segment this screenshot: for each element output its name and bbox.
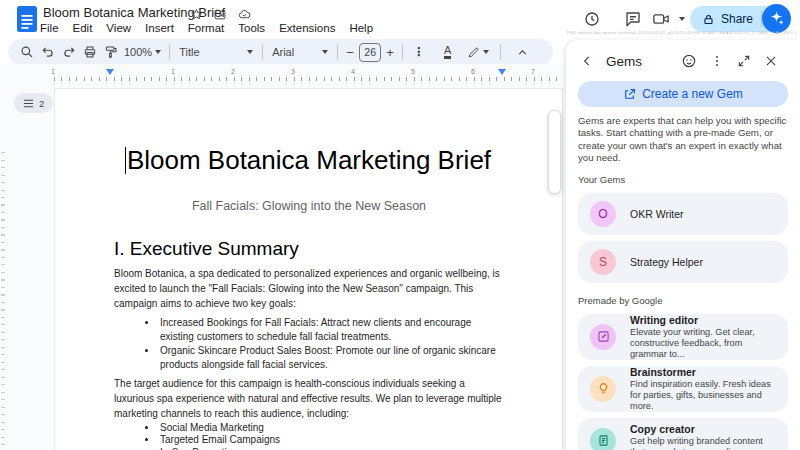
paint-format-button[interactable] xyxy=(100,42,121,62)
editing-mode-select[interactable] xyxy=(464,42,492,62)
cloud-saved-icon[interactable] xyxy=(237,8,252,21)
document-body[interactable]: Bloom Botanica Marketing Brief Fall Faci… xyxy=(114,144,504,450)
gem-card-writing-editor[interactable]: Writing editor Elevate your writing. Get… xyxy=(578,314,788,360)
gem-avatar xyxy=(590,324,616,350)
back-icon[interactable] xyxy=(580,54,594,68)
increase-font-size-button[interactable]: + xyxy=(383,45,397,60)
lock-icon xyxy=(702,13,715,26)
gem-card-strategy-helper[interactable]: S Strategy Helper xyxy=(578,241,788,283)
document-tabs-button[interactable]: 2 xyxy=(14,93,53,113)
text-cursor xyxy=(125,147,127,174)
undo-button[interactable] xyxy=(37,42,58,62)
premade-by-google-label: Premade by Google xyxy=(578,295,788,306)
doc-section-heading[interactable]: I. Executive Summary xyxy=(114,236,504,262)
menu-view[interactable]: View xyxy=(99,21,138,35)
zoom-select[interactable]: 100% xyxy=(121,42,164,62)
decrease-font-size-button[interactable]: − xyxy=(343,45,357,60)
redo-button[interactable] xyxy=(58,42,79,62)
text-color-icon: A xyxy=(444,45,451,59)
gem-card-brainstormer[interactable]: Brainstormer Find inspiration easily. Fr… xyxy=(578,366,788,412)
doc-paragraph[interactable]: The target audience for this campaign is… xyxy=(114,377,504,421)
text-color-button[interactable]: A xyxy=(437,42,458,62)
hide-menus-button[interactable] xyxy=(512,42,533,62)
doc-bullet-item[interactable]: In-Spa Promotions xyxy=(158,447,504,450)
comments-icon[interactable] xyxy=(624,10,642,28)
gem-initial: O xyxy=(598,207,607,221)
gem-description: Elevate your writing. Get clear, constru… xyxy=(630,327,776,359)
ruler-number: 3 xyxy=(288,68,298,75)
style-caret-icon xyxy=(247,50,253,54)
font-select[interactable]: Arial xyxy=(268,42,332,62)
ruler-number: 2 xyxy=(228,68,238,75)
paragraph-style-select[interactable]: Title xyxy=(175,42,257,62)
menu-tools[interactable]: Tools xyxy=(231,21,272,35)
doc-heading-title[interactable]: Bloom Botanica Marketing Brief xyxy=(114,144,504,177)
version-history-icon[interactable] xyxy=(583,10,601,28)
gem-avatar xyxy=(590,376,616,402)
document-scrollbar-thumb[interactable] xyxy=(548,110,561,194)
gemini-spark-icon xyxy=(768,10,785,27)
doc-bullet-item[interactable]: Organic Skincare Product Sales Boost: Pr… xyxy=(158,344,504,372)
pen-icon xyxy=(467,46,480,59)
toolbar-divider xyxy=(500,44,501,60)
gem-avatar: O xyxy=(590,201,616,227)
gem-name: Brainstormer xyxy=(630,366,776,378)
more-toolbar-button[interactable]: ⋮ xyxy=(408,42,429,62)
gem-name: Writing editor xyxy=(630,314,776,326)
create-new-gem-button[interactable]: Create a new Gem xyxy=(578,81,788,107)
toolbar-divider xyxy=(402,44,403,60)
video-call-caret-icon[interactable] xyxy=(679,17,685,21)
open-in-new-icon xyxy=(623,88,636,101)
editing-mode-caret-icon xyxy=(483,50,489,54)
ruler-number: 1 xyxy=(168,68,178,75)
undo-icon xyxy=(41,45,55,59)
doc-bullet-item[interactable]: Social Media Marketing xyxy=(158,422,504,434)
star-icon[interactable] xyxy=(190,8,203,21)
menu-file[interactable]: File xyxy=(33,21,66,35)
create-new-gem-label: Create a new Gem xyxy=(642,87,743,101)
gem-description: Get help writing branded content that ap… xyxy=(630,436,776,450)
menu-help[interactable]: Help xyxy=(342,21,380,35)
print-button[interactable] xyxy=(79,42,100,62)
ruler-number: 7 xyxy=(528,68,538,75)
tabs-count: 2 xyxy=(39,98,44,109)
gem-card-copy-creator[interactable]: Copy creator Get help writing branded co… xyxy=(578,418,788,450)
menu-edit[interactable]: Edit xyxy=(66,21,100,35)
menu-insert[interactable]: Insert xyxy=(138,21,181,35)
doc-bullet-list: Social Media Marketing Targeted Email Ca… xyxy=(114,422,504,450)
doc-bullet-item[interactable]: Targeted Email Campaigns xyxy=(158,434,504,446)
app-header: Bloom Botanica Marketing Brief File Edit… xyxy=(0,0,800,38)
menu-extensions[interactable]: Extensions xyxy=(272,21,342,35)
left-indent-marker[interactable] xyxy=(106,69,114,75)
gem-avatar xyxy=(590,428,616,450)
gem-initial: S xyxy=(599,255,607,269)
edit-pen-icon xyxy=(597,330,610,343)
horizontal-ruler: 1 1 2 3 4 5 6 7 xyxy=(54,68,564,81)
gems-description: Gems are experts that can help you with … xyxy=(578,115,788,165)
vertical-ruler xyxy=(1,152,5,450)
copy-doc-icon xyxy=(597,434,610,447)
doc-bullet-item[interactable]: Increased Bookings for Fall Facials: Att… xyxy=(158,316,504,344)
toolbar-divider xyxy=(169,44,170,60)
search-menus-button[interactable] xyxy=(16,42,37,62)
doc-subtitle[interactable]: Fall Facials: Glowing into the New Seaso… xyxy=(114,198,504,214)
video-call-icon[interactable] xyxy=(652,10,670,28)
gem-card-okr-writer[interactable]: O OKR Writer xyxy=(578,193,788,235)
right-indent-marker[interactable] xyxy=(498,69,506,75)
gem-name: Strategy Helper xyxy=(630,256,703,268)
chevron-up-icon xyxy=(516,46,529,59)
feedback-face-icon[interactable] xyxy=(681,53,697,69)
gems-panel-header: Gems xyxy=(566,40,800,69)
close-icon[interactable] xyxy=(764,54,778,68)
move-folder-icon[interactable] xyxy=(213,8,227,21)
more-vertical-icon[interactable] xyxy=(710,54,724,68)
gemini-button[interactable] xyxy=(762,4,791,33)
gem-description: Find inspiration easily. Fresh ideas for… xyxy=(630,379,776,411)
menu-format[interactable]: Format xyxy=(181,21,231,35)
doc-paragraph[interactable]: Bloom Botanica, a spa dedicated to perso… xyxy=(114,267,504,311)
ruler-number: 1 xyxy=(48,68,58,75)
ruler-number: 4 xyxy=(348,68,358,75)
your-gems-label: Your Gems xyxy=(578,174,788,185)
font-size-input[interactable]: 26 xyxy=(359,43,381,62)
expand-icon[interactable] xyxy=(737,54,751,68)
